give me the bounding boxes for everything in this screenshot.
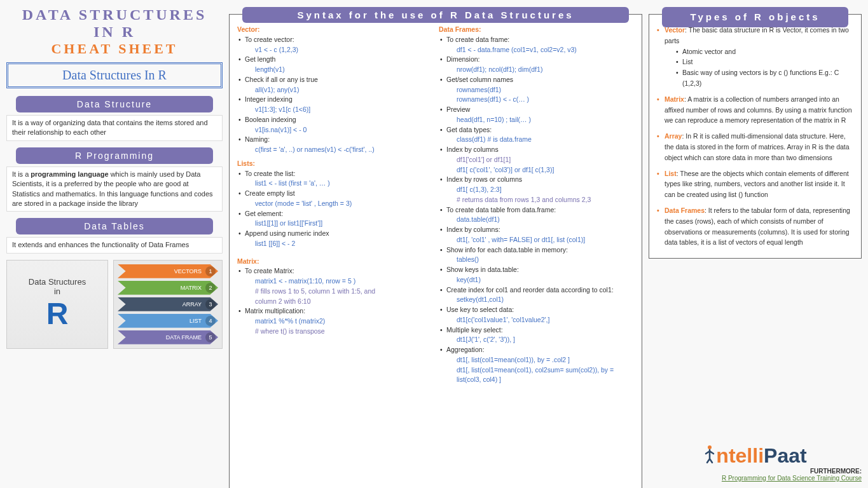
person-icon xyxy=(703,445,716,465)
diagram-row: Data Structures in R VECTORS1 MATRIX2 AR… xyxy=(6,260,223,349)
intellipaat-logo: ntelliPaat xyxy=(649,444,862,468)
subtitle-box: Data Structures In R xyxy=(6,62,223,88)
type-array: Array: In R it is called multi-dimension… xyxy=(657,131,853,163)
chevron-dataframe: DATA FRAME5 xyxy=(118,330,218,344)
data-structure-text: It is a way of organizing data that cont… xyxy=(6,115,223,141)
main-title: DATA STRUCTURES IN R CHEAT SHEET xyxy=(6,6,223,57)
types-box: Types of R objects Vector: The basic dat… xyxy=(649,14,862,259)
r-logo-icon: R xyxy=(46,296,69,331)
data-structure-header: Data Structure xyxy=(16,96,213,112)
r-logo-box: Data Structures in R xyxy=(6,260,108,349)
chevron-vectors: VECTORS1 xyxy=(118,264,218,278)
syntax-left: Vector: To create vector: v1 < - c (1,2,… xyxy=(237,25,432,484)
type-matrix: Matrix: A matrix is a collection of numb… xyxy=(657,94,853,126)
data-tables-header: Data Tables xyxy=(16,218,213,234)
syntax-banner: Syntax for the use of R Data Structures xyxy=(242,7,629,23)
type-dataframes: Data Frames: It refers to the tabular fo… xyxy=(657,205,853,248)
chevron-list: LIST4 xyxy=(118,314,218,328)
logo-area: ntelliPaat FURTHERMORE: R Programming fo… xyxy=(649,444,862,482)
type-vector: Vector: The basic data structure in R is… xyxy=(657,25,853,89)
chevron-array: ARRAY3 xyxy=(118,297,218,311)
data-tables-text: It extends and enhances the functionalit… xyxy=(6,237,223,253)
title-line3: CHEAT SHEET xyxy=(6,41,223,57)
syntax-box: Syntax for the use of R Data Structures … xyxy=(229,14,642,488)
r-programming-text: It is a programming language which is ma… xyxy=(6,166,223,212)
type-list: List: These are the objects which contai… xyxy=(657,168,853,200)
syntax-right: Data Frames: To create data frame: df1 <… xyxy=(439,25,634,484)
course-link[interactable]: R Programming for Data Science Training … xyxy=(649,475,862,482)
chevron-list: VECTORS1 MATRIX2 ARRAY3 LIST4 DATA FRAME… xyxy=(113,260,223,349)
title-line1: DATA STRUCTURES xyxy=(6,6,223,24)
svg-point-0 xyxy=(708,445,712,449)
furthermore-label: FURTHERMORE: xyxy=(649,468,862,475)
title-line2: IN R xyxy=(6,24,223,41)
chevron-matrix: MATRIX2 xyxy=(118,281,218,295)
r-programming-header: R Programming xyxy=(16,147,213,164)
